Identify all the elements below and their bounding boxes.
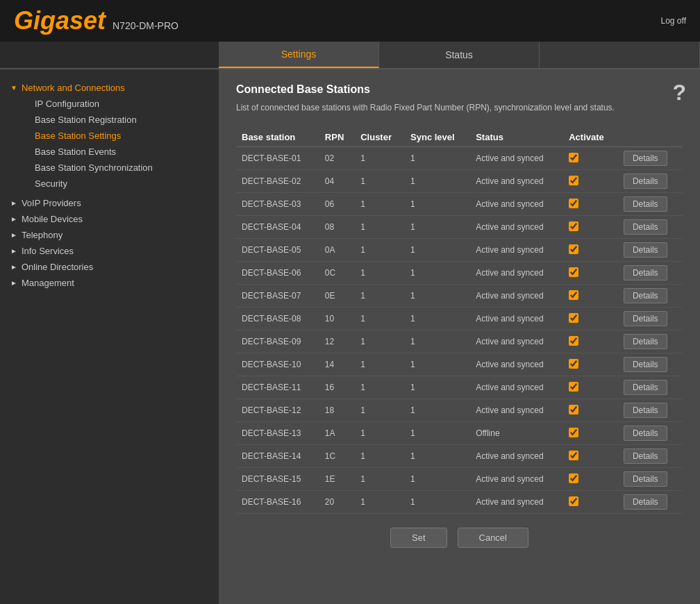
cell-details[interactable]: Details bbox=[618, 308, 683, 330]
cell-activate[interactable] bbox=[563, 422, 618, 445]
bottom-bar: Set Cancel bbox=[236, 514, 683, 562]
sidebar-item-voip[interactable]: ► VoIP Providers bbox=[0, 195, 219, 211]
sidebar-item-directories[interactable]: ► Online Directories bbox=[0, 259, 219, 275]
cell-details[interactable]: Details bbox=[618, 399, 683, 422]
activate-checkbox[interactable] bbox=[569, 290, 578, 300]
cell-sync: 1 bbox=[405, 170, 470, 193]
activate-checkbox[interactable] bbox=[569, 382, 578, 392]
activate-checkbox[interactable] bbox=[569, 153, 578, 162]
cell-activate[interactable] bbox=[563, 193, 618, 216]
details-button[interactable]: Details bbox=[624, 380, 667, 395]
logoff-button[interactable]: Log off bbox=[661, 16, 686, 26]
cell-details[interactable]: Details bbox=[618, 170, 683, 193]
details-button[interactable]: Details bbox=[624, 311, 667, 326]
activate-checkbox[interactable] bbox=[569, 336, 578, 346]
cell-details[interactable]: Details bbox=[618, 468, 683, 491]
activate-checkbox[interactable] bbox=[569, 451, 578, 460]
details-button[interactable]: Details bbox=[624, 219, 667, 235]
cell-details[interactable]: Details bbox=[618, 330, 683, 353]
details-button[interactable]: Details bbox=[624, 357, 667, 372]
cell-activate[interactable] bbox=[563, 399, 618, 422]
sidebar-item-mobile[interactable]: ► Mobile Devices bbox=[0, 211, 219, 227]
activate-checkbox[interactable] bbox=[569, 405, 578, 414]
cell-details[interactable]: Details bbox=[618, 353, 683, 376]
cell-details[interactable]: Details bbox=[618, 239, 683, 262]
cell-details[interactable]: Details bbox=[618, 376, 683, 399]
sidebar-item-telephony[interactable]: ► Telephony bbox=[0, 227, 219, 243]
details-button[interactable]: Details bbox=[624, 334, 667, 349]
cell-activate[interactable] bbox=[563, 491, 618, 514]
activate-checkbox[interactable] bbox=[569, 359, 578, 369]
sidebar-item-ip-config[interactable]: IP Configuration bbox=[10, 96, 208, 112]
sidebar-item-base-settings[interactable]: Base Station Settings bbox=[10, 128, 208, 144]
cell-cluster: 1 bbox=[355, 376, 405, 399]
activate-checkbox[interactable] bbox=[569, 428, 578, 437]
sidebar-item-network[interactable]: ▼ Network and Connections bbox=[10, 80, 208, 96]
activate-checkbox[interactable] bbox=[569, 473, 578, 483]
cell-activate[interactable] bbox=[563, 216, 618, 239]
sidebar-item-management[interactable]: ► Management bbox=[0, 275, 219, 291]
cancel-button[interactable]: Cancel bbox=[458, 528, 528, 548]
cell-cluster: 1 bbox=[355, 422, 405, 445]
details-button[interactable]: Details bbox=[624, 471, 667, 487]
cell-activate[interactable] bbox=[563, 308, 618, 330]
activate-checkbox[interactable] bbox=[569, 244, 578, 254]
cell-activate[interactable] bbox=[563, 170, 618, 193]
set-button[interactable]: Set bbox=[390, 528, 447, 548]
details-button[interactable]: Details bbox=[624, 494, 667, 510]
tab-settings[interactable]: Settings bbox=[219, 42, 379, 68]
management-arrow-icon: ► bbox=[10, 279, 17, 287]
details-button[interactable]: Details bbox=[624, 151, 667, 166]
cell-details[interactable]: Details bbox=[618, 285, 683, 308]
cell-details[interactable]: Details bbox=[618, 193, 683, 216]
cell-details[interactable]: Details bbox=[618, 147, 683, 170]
details-button[interactable]: Details bbox=[624, 242, 667, 258]
cell-details[interactable]: Details bbox=[618, 491, 683, 514]
details-button[interactable]: Details bbox=[624, 265, 667, 280]
cell-activate[interactable] bbox=[563, 376, 618, 399]
sidebar-item-base-sync[interactable]: Base Station Synchronization bbox=[10, 160, 208, 176]
sidebar: ▼ Network and Connections IP Configurati… bbox=[0, 69, 219, 604]
activate-checkbox[interactable] bbox=[569, 496, 578, 506]
cell-activate[interactable] bbox=[563, 262, 618, 285]
cell-activate[interactable] bbox=[563, 353, 618, 376]
details-button[interactable]: Details bbox=[624, 174, 667, 189]
header: Gigaset N720-DM-PRO Log off bbox=[0, 0, 700, 42]
sidebar-item-info[interactable]: ► Info Services bbox=[0, 243, 219, 259]
cell-sync: 1 bbox=[405, 239, 470, 262]
cell-activate[interactable] bbox=[563, 468, 618, 491]
tab-status[interactable]: Status bbox=[379, 42, 540, 68]
cell-base-name: DECT-BASE-12 bbox=[236, 399, 319, 422]
details-button[interactable]: Details bbox=[624, 403, 667, 418]
cell-base-name: DECT-BASE-08 bbox=[236, 308, 319, 330]
cell-activate[interactable] bbox=[563, 285, 618, 308]
details-button[interactable]: Details bbox=[624, 288, 667, 303]
cell-details[interactable]: Details bbox=[618, 445, 683, 468]
cell-details[interactable]: Details bbox=[618, 262, 683, 285]
cell-base-name: DECT-BASE-13 bbox=[236, 422, 319, 445]
details-button[interactable]: Details bbox=[624, 448, 667, 464]
sidebar-tab-placeholder bbox=[0, 42, 219, 68]
cell-activate[interactable] bbox=[563, 147, 618, 170]
details-button[interactable]: Details bbox=[624, 426, 667, 441]
sidebar-item-base-registration[interactable]: Base Station Registration bbox=[10, 112, 208, 128]
cell-cluster: 1 bbox=[355, 445, 405, 468]
cell-activate[interactable] bbox=[563, 330, 618, 353]
help-icon[interactable]: ? bbox=[672, 80, 686, 106]
activate-checkbox[interactable] bbox=[569, 176, 578, 185]
cell-cluster: 1 bbox=[355, 399, 405, 422]
cell-activate[interactable] bbox=[563, 239, 618, 262]
cell-details[interactable]: Details bbox=[618, 422, 683, 445]
activate-checkbox[interactable] bbox=[569, 221, 578, 231]
activate-checkbox[interactable] bbox=[569, 199, 578, 208]
activate-checkbox[interactable] bbox=[569, 313, 578, 323]
sidebar-item-security[interactable]: Security bbox=[10, 176, 208, 192]
cell-status: Active and synced bbox=[470, 147, 563, 170]
activate-checkbox[interactable] bbox=[569, 267, 578, 277]
cell-base-name: DECT-BASE-16 bbox=[236, 491, 319, 514]
cell-activate[interactable] bbox=[563, 445, 618, 468]
cell-details[interactable]: Details bbox=[618, 216, 683, 239]
details-button[interactable]: Details bbox=[624, 196, 667, 212]
sidebar-item-base-events[interactable]: Base Station Events bbox=[10, 144, 208, 160]
cell-cluster: 1 bbox=[355, 353, 405, 376]
